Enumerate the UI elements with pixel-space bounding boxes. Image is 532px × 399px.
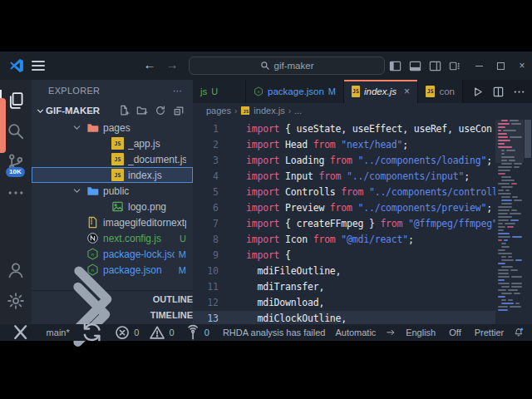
tab-js[interactable]: jsU xyxy=(193,80,246,103)
title-bar: ← → gif-maker × xyxy=(0,52,532,80)
folder-icon xyxy=(86,121,99,134)
code-editor[interactable]: 12345678910111213 import { useState, use… xyxy=(193,118,532,324)
search-icon xyxy=(7,122,25,140)
tree-item--document-js[interactable]: JS_document.js xyxy=(32,151,193,167)
tab-con[interactable]: JScon xyxy=(418,80,463,103)
activity-item-settings[interactable] xyxy=(0,287,32,315)
back-button[interactable]: ← xyxy=(141,57,158,73)
tab-label: package.json xyxy=(268,86,324,96)
tree-item-imagegifeditornextproject-zip[interactable]: imagegifeditornextproject.zip xyxy=(32,214,193,230)
status-label: 0 xyxy=(204,328,209,337)
minimap-line xyxy=(501,256,522,258)
minimize-button[interactable] xyxy=(475,61,485,71)
minimap[interactable] xyxy=(497,120,522,324)
tree-root-gif-maker[interactable]: GIF-MAKER xyxy=(32,101,193,120)
status-errors[interactable]: 0 xyxy=(114,324,139,341)
close-window-button[interactable]: × xyxy=(517,60,527,71)
activity-bar-bottom xyxy=(0,256,32,318)
code-line: import { createFFmpeg } from "@ffmpeg/ff… xyxy=(246,216,495,232)
breadcrumb[interactable]: pages›JSindex.js›... xyxy=(193,103,532,118)
split-editor-button[interactable] xyxy=(492,86,505,98)
folder-icon xyxy=(86,185,99,197)
status-line-ending-mode[interactable]: Automatic xyxy=(335,328,376,337)
minimap-line xyxy=(501,176,522,178)
minimap-line xyxy=(501,299,522,301)
collapse-all-icon[interactable] xyxy=(173,105,185,116)
new-file-icon[interactable] xyxy=(118,105,130,116)
tower-icon xyxy=(185,324,201,341)
toggle-panel-icon[interactable] xyxy=(408,59,422,73)
explorer-more-icon[interactable]: ⋯ xyxy=(173,86,183,96)
tree-item-public[interactable]: public xyxy=(32,183,193,199)
customize-layout-icon[interactable] xyxy=(448,59,462,73)
chevron-right-icon xyxy=(37,259,147,370)
toggle-secondary-sidebar-icon[interactable] xyxy=(428,59,442,73)
menu-button[interactable] xyxy=(32,61,45,71)
close-icon[interactable]: × xyxy=(404,86,410,97)
tab-index-js[interactable]: JSindex.js× xyxy=(344,80,418,103)
status-suggestions-off[interactable]: Off xyxy=(446,328,461,337)
minimap-line xyxy=(498,183,522,185)
status-formatter[interactable]: Prettier xyxy=(471,328,504,337)
line-number: 3 xyxy=(193,153,219,169)
editor-actions xyxy=(463,80,532,103)
breadcrumb-item[interactable]: pages xyxy=(206,106,231,116)
tree-item-pages[interactable]: pages xyxy=(32,120,193,135)
breadcrumb-item[interactable]: ... xyxy=(294,106,302,116)
status-notifications[interactable] xyxy=(514,328,524,337)
minimap-line xyxy=(498,269,522,271)
minimap-line xyxy=(498,309,522,311)
breadcrumb-separator: › xyxy=(288,106,291,116)
more-actions-button[interactable] xyxy=(513,86,525,98)
forward-button[interactable]: → xyxy=(164,57,180,73)
minimap-line xyxy=(498,233,522,234)
line-number: 10 xyxy=(193,264,219,279)
minimap-line xyxy=(498,296,522,298)
explorer-title: EXPLORER xyxy=(48,86,100,96)
tree-item-logo-png[interactable]: logo.png xyxy=(32,199,193,214)
new-folder-icon[interactable] xyxy=(136,105,148,116)
js-file-icon: JS xyxy=(241,106,249,115)
status-git-branch[interactable]: main* xyxy=(42,328,69,337)
breadcrumb-item[interactable]: index.js xyxy=(254,106,284,116)
maximize-button[interactable] xyxy=(497,62,505,70)
line-number: 9 xyxy=(193,248,219,264)
minimap-line xyxy=(498,306,522,308)
line-number: 1 xyxy=(193,121,219,137)
activity-item-account[interactable] xyxy=(0,256,32,284)
activity-item-more-views[interactable] xyxy=(0,179,32,207)
tab-package-json[interactable]: npackage.jsonM xyxy=(246,80,344,103)
status-ports[interactable]: 0 xyxy=(185,324,209,341)
refresh-icon[interactable] xyxy=(155,105,166,116)
minimap-line xyxy=(498,276,522,278)
status-warnings[interactable]: 0 xyxy=(149,324,174,341)
minimap-line xyxy=(498,219,522,221)
toggle-sidebar-icon[interactable] xyxy=(388,59,402,73)
status-label: Automatic xyxy=(335,328,376,337)
status-spell-language[interactable]: English xyxy=(406,328,436,337)
minimap-line xyxy=(501,186,522,188)
search-value: gif-maker xyxy=(274,61,314,71)
minimap-line xyxy=(501,246,522,248)
minimap-line xyxy=(501,303,522,304)
activity-item-source-control[interactable]: 10K xyxy=(0,148,32,176)
command-center-search[interactable]: gif-maker xyxy=(189,57,385,75)
image-icon xyxy=(111,200,124,213)
file-label: _app.js xyxy=(128,138,160,150)
chevron-down-icon xyxy=(71,185,82,196)
code-line: import Controlls from "../components/con… xyxy=(246,185,495,200)
status-rhda-status[interactable]: RHDA analysis has failed xyxy=(219,328,326,337)
minimap-line xyxy=(501,180,522,181)
minimap-line xyxy=(498,253,522,254)
minimap-line xyxy=(501,243,522,244)
status-label: Off xyxy=(449,328,461,337)
vertical-scrollbar[interactable] xyxy=(525,120,531,158)
run-button[interactable] xyxy=(471,86,484,98)
status-arrow[interactable] xyxy=(386,328,396,337)
tree-item--app-js[interactable]: JS_app.js xyxy=(32,135,193,151)
status-sync-changes[interactable] xyxy=(80,320,104,344)
code-line: import Loading from "../components/loadi… xyxy=(246,153,495,169)
search-icon xyxy=(260,61,270,71)
tree-item-index-js[interactable]: JSindex.js xyxy=(32,167,193,183)
code-line: import { useState, useEffect, useRef, us… xyxy=(246,121,495,137)
